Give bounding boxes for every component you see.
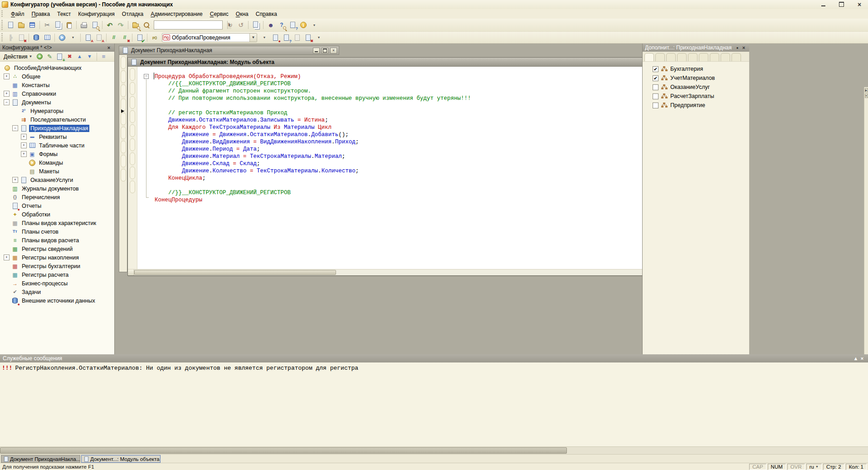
tree-item[interactable]: +ОказаниеУслуги xyxy=(0,176,114,184)
start-debug-button[interactable] xyxy=(57,33,67,43)
chevron-right-icon[interactable]: ▶ xyxy=(865,88,868,93)
collapse-toggle-icon[interactable]: − xyxy=(144,74,149,79)
tree-item[interactable]: +▦Регистры накопления xyxy=(0,253,114,262)
messages-scrollbar[interactable] xyxy=(0,446,868,454)
tree-item[interactable]: Команды xyxy=(0,158,114,167)
overflow-button[interactable]: ▼ xyxy=(259,33,269,43)
global-search-button[interactable] xyxy=(131,20,141,30)
redo-button[interactable]: ↷ xyxy=(116,20,126,30)
find-next-button[interactable]: ↻ xyxy=(225,20,235,30)
scrollbar-thumb[interactable] xyxy=(134,270,336,275)
minimize-button[interactable] xyxy=(313,48,320,54)
service-message[interactable]: !!!РегистрНакопления.ОстаткиМатериалов: … xyxy=(2,365,866,372)
panel-tab-7[interactable] xyxy=(710,53,719,61)
overflow-button[interactable]: ▼ xyxy=(309,20,319,30)
expand-icon[interactable]: + xyxy=(21,142,27,148)
search-input[interactable] xyxy=(154,21,227,29)
tree-item[interactable]: −Документы xyxy=(0,98,114,107)
menu-item-1[interactable]: Файл xyxy=(7,10,28,18)
tree-item[interactable]: 2³Нумераторы xyxy=(0,107,114,115)
minimize-button[interactable] xyxy=(817,1,829,8)
actions-delete-button[interactable]: ✖ xyxy=(65,52,74,61)
tree-item[interactable]: ▦Регистры сведений xyxy=(0,245,114,253)
tree-item[interactable]: ✔Задачи xyxy=(0,288,114,296)
tree-item[interactable]: ●Внешние источники данных xyxy=(0,296,114,305)
tree-item[interactable]: ▥Журналы документов xyxy=(0,184,114,193)
close-button[interactable]: × xyxy=(853,1,865,8)
subsystem-row[interactable]: ✔УчетМатериалов xyxy=(653,73,749,83)
panel-tab-6[interactable] xyxy=(699,53,708,61)
scrollbar-thumb[interactable] xyxy=(0,447,567,454)
add-comment-button[interactable]: // xyxy=(109,33,119,43)
subsystem-row[interactable]: ОказаниеУслуг xyxy=(653,83,749,92)
tree-item[interactable]: ≡Планы видов расчета xyxy=(0,236,114,245)
tree-item[interactable]: ▦Планы видов характеристик xyxy=(0,219,114,227)
horizontal-scrollbar[interactable]: ▶ xyxy=(128,269,676,275)
add-to-templates-button[interactable]: ● xyxy=(270,33,280,43)
module-check-alt-button[interactable]: А xyxy=(94,33,104,43)
panel-tab-1[interactable] xyxy=(644,53,654,61)
expand-icon[interactable]: + xyxy=(4,91,10,97)
restore-button[interactable] xyxy=(835,1,847,8)
close-icon[interactable]: × xyxy=(859,355,865,362)
open-object-window-button[interactable]: ✖ xyxy=(16,33,26,43)
tree-item[interactable]: ✦Обработки xyxy=(0,210,114,219)
close-icon[interactable]: × xyxy=(741,44,747,51)
print-button[interactable] xyxy=(79,20,89,30)
checkbox-checked-icon[interactable]: ✔ xyxy=(653,66,658,72)
print-preview-button[interactable] xyxy=(90,20,100,30)
procedures-list-button[interactable]: p() xyxy=(150,33,160,43)
panel-tab-5[interactable] xyxy=(688,53,697,61)
actions-edit-button[interactable]: ✎ xyxy=(45,52,54,61)
menu-item-4[interactable]: Конфигурация xyxy=(74,10,118,18)
close-button[interactable]: × xyxy=(330,48,337,54)
scrollbar-splitter[interactable] xyxy=(128,269,134,275)
template-copy-button[interactable] xyxy=(292,33,302,43)
tree-item[interactable]: ▤Макеты xyxy=(0,167,114,176)
expand-icon[interactable]: + xyxy=(21,151,27,157)
search-button[interactable] xyxy=(141,20,151,30)
scrollbar-track[interactable] xyxy=(336,269,670,275)
collapse-icon[interactable]: − xyxy=(4,99,10,105)
procedure-input[interactable] xyxy=(171,34,249,41)
module-check-button[interactable]: А xyxy=(83,33,93,43)
template-help-button[interactable]: ? xyxy=(281,33,291,43)
windows-button[interactable] xyxy=(251,20,261,30)
table-view-button[interactable] xyxy=(42,33,52,43)
actions-copy-button[interactable]: + xyxy=(55,52,64,61)
language-indicator[interactable]: ru ▼ xyxy=(806,464,822,470)
pin-icon[interactable]: ● xyxy=(734,44,741,51)
panel-tab-4[interactable] xyxy=(677,53,687,61)
subsystem-row[interactable]: Предприятие xyxy=(653,101,749,110)
actions-movedown-button[interactable]: ▼ xyxy=(85,52,94,61)
new-document-button[interactable] xyxy=(5,20,15,30)
chevron-down-icon[interactable]: ▼ xyxy=(249,34,257,42)
copy-button[interactable] xyxy=(53,20,63,30)
actions-add-button[interactable] xyxy=(35,52,44,61)
panel-tab-8[interactable] xyxy=(721,53,730,61)
syntax-check-button[interactable]: ✔ xyxy=(135,33,145,43)
close-icon[interactable]: × xyxy=(106,44,112,51)
open-button[interactable] xyxy=(16,20,26,30)
checkbox-unchecked-icon[interactable] xyxy=(653,84,658,90)
expand-icon[interactable]: + xyxy=(21,134,27,140)
info-button[interactable] xyxy=(298,20,308,30)
panel-options-icon[interactable]: ▾ xyxy=(865,93,868,98)
tree-item[interactable]: +∴Общие xyxy=(0,72,114,81)
actions-moveup-button[interactable]: ▲ xyxy=(75,52,84,61)
checkbox-checked-icon[interactable]: ✔ xyxy=(653,75,658,81)
cut-button[interactable]: ✂ xyxy=(42,20,52,30)
template-delete-button[interactable]: ✖ xyxy=(303,33,313,43)
menu-item-5[interactable]: Отладка xyxy=(118,10,147,18)
panel-tab-9[interactable] xyxy=(731,53,741,61)
checkbox-unchecked-icon[interactable] xyxy=(653,93,658,99)
maximize-button[interactable] xyxy=(322,48,328,54)
panel-tab-2[interactable] xyxy=(655,53,665,61)
code-area[interactable]: − Процедура ОбработкаПроведения(Отказ, Р… xyxy=(137,67,676,269)
collapse-icon[interactable]: − xyxy=(12,125,18,131)
hierarchy-button[interactable]: ╠ xyxy=(5,33,15,43)
find-previous-button[interactable]: ↺ xyxy=(236,20,246,30)
module-editor[interactable]: − Процедура ОбработкаПроведения(Отказ, Р… xyxy=(128,67,676,275)
actions-sort-button[interactable]: ≡ xyxy=(99,52,108,61)
panel-tab-3[interactable] xyxy=(666,53,676,61)
